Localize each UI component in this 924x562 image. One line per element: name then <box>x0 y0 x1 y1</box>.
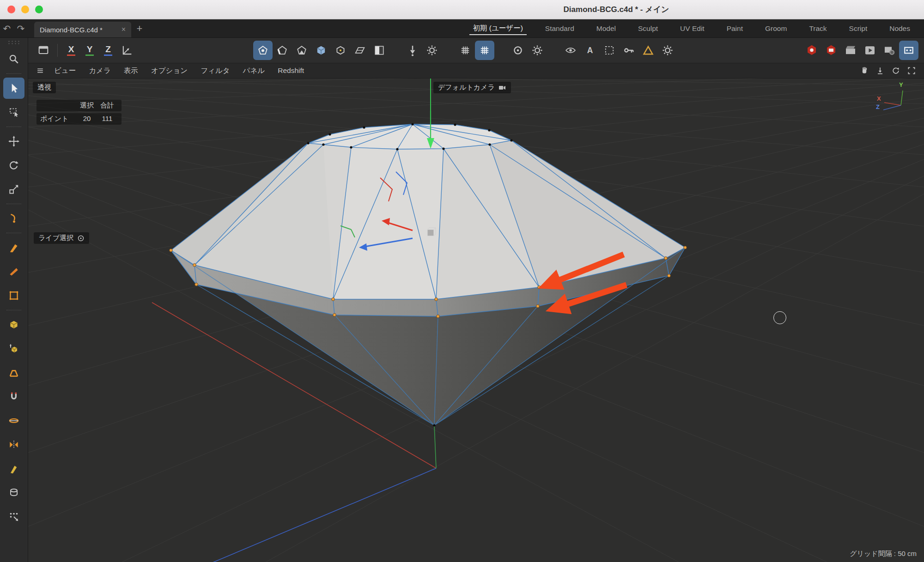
key-button[interactable] <box>619 41 638 60</box>
edges-mode-button[interactable] <box>273 41 292 60</box>
left-tool-palette <box>0 38 28 562</box>
render-view-button[interactable] <box>841 41 860 60</box>
render-buttons <box>802 41 918 60</box>
document-tab[interactable]: Diamond-BCG.c4d * × <box>34 22 131 37</box>
visibility-button[interactable] <box>561 41 580 60</box>
normals-button[interactable] <box>638 41 658 60</box>
zoom-window-button[interactable] <box>35 6 43 13</box>
team-render-button[interactable] <box>899 41 918 60</box>
ring-icon <box>511 44 524 57</box>
layout-tab[interactable]: Standard <box>534 19 585 37</box>
workplane-mode-button[interactable] <box>350 41 370 60</box>
projection-label: 透視 <box>33 82 56 93</box>
rotate-tool-button[interactable] <box>3 155 24 176</box>
axis-z-toggle[interactable]: Z <box>99 41 117 60</box>
titlebar: Diamond-BCG.c4d * - メイン <box>0 0 924 19</box>
add-tab-button[interactable]: + <box>131 19 148 37</box>
close-tab-icon[interactable]: × <box>122 25 126 34</box>
viewport-canvas[interactable]: 透視 デフォルトカメラ 選択 合計 ポイント 20 111 ライブ <box>28 79 924 562</box>
menu-item[interactable]: カメラ <box>82 66 117 76</box>
point-snap-tool-button[interactable] <box>3 506 24 527</box>
brush-tool-button[interactable] <box>3 458 24 479</box>
viewport-menu-button[interactable] <box>33 66 48 75</box>
camera-label[interactable]: デフォルトカメラ <box>433 82 511 93</box>
symmetry-tool-button[interactable] <box>3 434 24 455</box>
layout-tab[interactable]: 初期 (ユーザー) <box>462 19 534 37</box>
polygon-frame-tool-button[interactable] <box>3 285 24 306</box>
knife-tool-button[interactable] <box>3 261 24 282</box>
model-mode-button[interactable] <box>311 41 331 60</box>
redshift-render-button[interactable] <box>802 41 821 60</box>
minimize-window-button[interactable] <box>21 6 29 13</box>
selection-info-header: 選択 合計 <box>36 100 122 111</box>
snap-points-icon <box>8 511 20 523</box>
viewport-menubar: ビュー カメラ 表示 オプション フィルタ パネル Redshift <box>28 63 924 79</box>
scale-tool-button[interactable] <box>3 179 24 200</box>
options-button[interactable] <box>658 41 677 60</box>
layout-tab[interactable]: Nodes <box>878 19 921 37</box>
layout-tab[interactable]: Sculpt <box>627 19 669 37</box>
soft-selection-button[interactable] <box>600 41 619 60</box>
modeling-settings-button[interactable] <box>528 41 547 60</box>
snap-icon <box>406 44 419 57</box>
modeling-axis-button[interactable] <box>508 41 528 60</box>
render-settings-button[interactable] <box>880 41 899 60</box>
layout-tab[interactable]: UV Edit <box>669 19 716 37</box>
orientation-gizmo[interactable]: Y X Z <box>869 81 911 116</box>
palette-grip[interactable] <box>7 40 20 44</box>
toggle-views-button[interactable] <box>906 65 918 77</box>
menu-item[interactable]: オプション <box>145 66 194 76</box>
orbit-view-button[interactable] <box>890 65 902 77</box>
pan-view-button[interactable] <box>858 65 870 77</box>
texture-mode-button[interactable] <box>370 41 389 60</box>
redo-icon[interactable]: ↷ <box>14 19 28 37</box>
magnet-tool-button[interactable] <box>3 386 24 407</box>
undo-icon[interactable]: ↶ <box>0 19 14 37</box>
layout-tab[interactable]: Track <box>798 19 838 37</box>
polygons-mode-icon <box>295 44 308 57</box>
enable-snap-button[interactable] <box>403 41 422 60</box>
points-mode-button[interactable] <box>253 41 273 60</box>
stamp-tool-button[interactable] <box>3 482 24 503</box>
rectangle-selection-tool-button[interactable] <box>3 102 24 123</box>
palette-separator <box>6 204 21 204</box>
dolly-view-button[interactable] <box>874 65 886 77</box>
render-to-picture-viewer-button[interactable] <box>860 41 880 60</box>
tweak-tool-button[interactable] <box>3 208 24 229</box>
move-tool-button[interactable] <box>3 131 24 152</box>
snap-settings-button[interactable] <box>422 41 442 60</box>
polygons-mode-button[interactable] <box>292 41 311 60</box>
extrude-inner-tool-button[interactable] <box>3 338 24 359</box>
menu-item[interactable]: ビュー <box>48 66 82 76</box>
axis-y-toggle[interactable]: Y <box>80 41 99 60</box>
zoom-tool-button[interactable] <box>3 48 24 70</box>
layout-tab[interactable]: Groom <box>754 19 798 37</box>
menu-item[interactable]: フィルタ <box>194 66 236 76</box>
points-mode-icon <box>256 44 269 57</box>
polygon-pen-tool-button[interactable] <box>3 237 24 258</box>
axis-x-toggle[interactable]: X <box>62 41 80 60</box>
close-window-button[interactable] <box>7 6 15 13</box>
document-tab-label: Diamond-BCG.c4d * <box>40 26 117 34</box>
grid-snap-button[interactable] <box>475 41 494 60</box>
palette-separator <box>6 233 21 233</box>
plane-cut-tool-button[interactable] <box>3 410 24 431</box>
menu-item[interactable]: Redshift <box>271 66 310 75</box>
layout-tab[interactable]: Script <box>838 19 879 37</box>
dotted-rect-icon <box>603 44 616 57</box>
coordinate-system-button[interactable] <box>117 41 137 60</box>
layout-tab[interactable]: Model <box>585 19 627 37</box>
object-mode-button[interactable] <box>331 41 350 60</box>
extrude-tool-button[interactable] <box>3 314 24 335</box>
menu-item[interactable]: パネル <box>237 66 272 76</box>
axis-modify-button[interactable]: A <box>580 41 600 60</box>
viewport-layout-button[interactable] <box>34 41 53 60</box>
layout-tab[interactable]: Paint <box>716 19 754 37</box>
menu-item[interactable]: 表示 <box>117 66 145 76</box>
viewport-3d-scene[interactable] <box>28 79 924 562</box>
gizmo-axes-icon <box>869 81 911 116</box>
bevel-tool-button[interactable] <box>3 362 24 383</box>
quantize-button[interactable] <box>456 41 475 60</box>
redshift-ipr-button[interactable] <box>821 41 841 60</box>
live-selection-tool-button[interactable] <box>3 78 24 99</box>
